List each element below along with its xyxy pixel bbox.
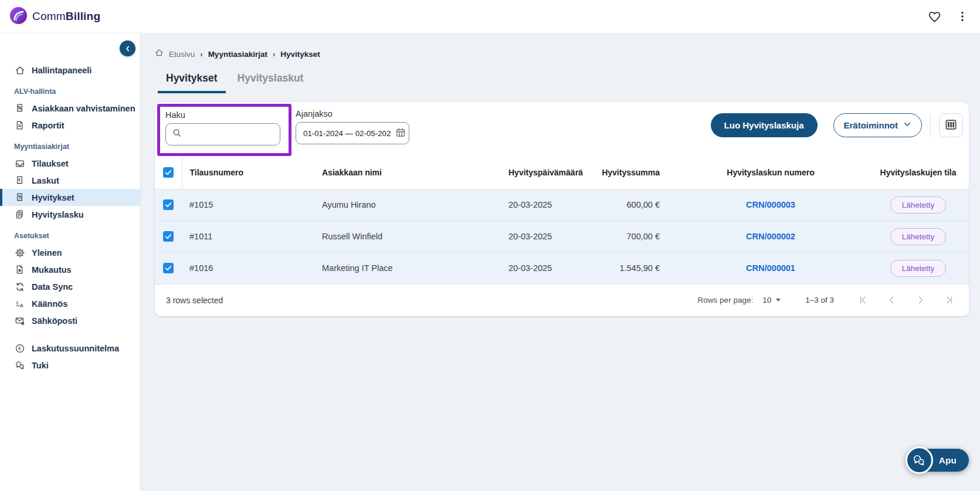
search-label: Haku [165, 110, 280, 120]
report-icon [14, 120, 25, 130]
sidebar-item-hyvitykset[interactable]: Hyvitykset [0, 189, 140, 206]
credit-invoice-copies-icon [14, 209, 25, 219]
sidebar-item-yleinen[interactable]: Yleinen [0, 244, 140, 261]
first-page-icon[interactable] [857, 294, 869, 306]
row-checkbox[interactable] [163, 231, 174, 242]
previous-page-icon[interactable] [886, 294, 897, 306]
sync-icon [14, 282, 25, 292]
cell-credit-amount: 700,00 € [599, 221, 674, 252]
brand-swirl-icon [9, 6, 28, 27]
search-icon [172, 128, 183, 141]
brand-logo[interactable]: CommBilling [9, 6, 100, 27]
cell-order-number: #1016 [182, 252, 314, 284]
table-row[interactable]: #1016 Marketing IT Place 20-03-2025 1.54… [155, 252, 969, 284]
sidebar-item-data-sync[interactable]: Data Sync [0, 278, 140, 295]
col-header-hyvityslaskujen-tila: Hyvityslaskujen tila [867, 156, 969, 189]
sidebar-nav: Hallintapaneeli ALV-hallinta Asiakkaan v… [0, 33, 140, 374]
sidebar-item-raportit[interactable]: Raportit [0, 117, 140, 134]
search-input[interactable] [187, 130, 274, 139]
breadcrumb-home-icon[interactable] [155, 49, 164, 59]
tabs: Hyvitykset Hyvityslaskut [155, 72, 969, 93]
breadcrumb-hyvitykset: Hyvitykset [280, 50, 320, 59]
sidebar-item-hyvityslasku[interactable]: Hyvityslasku [0, 206, 140, 223]
more-menu-kebab-icon[interactable] [957, 11, 968, 22]
sidebar-item-hallintapaneeli[interactable]: Hallintapaneeli [0, 62, 140, 79]
rows-selected-text: 3 rows selected [166, 296, 223, 305]
columns-icon [944, 118, 958, 133]
help-chat-icon [906, 446, 933, 474]
date-range-group: Ajanjakso 01-01-2024 — 02-05-202 [296, 109, 409, 144]
email-gear-icon [14, 316, 25, 326]
breadcrumb-separator: › [273, 50, 275, 59]
col-header-tilausnumero: Tilausnumero [182, 156, 314, 189]
col-header-hyvityslaskun-numero: Hyvityslaskun numero [674, 156, 867, 189]
table-row[interactable]: #1011 Russell Winfield 20-03-2025 700,00… [155, 221, 969, 252]
svg-text:€: € [18, 346, 21, 351]
vertical-divider [930, 114, 931, 137]
breadcrumb-myyntiasiakirjat[interactable]: Myyntiasiakirjat [208, 50, 267, 59]
credit-note-link[interactable]: CRN/000003 [746, 200, 795, 209]
document-gear-icon [14, 265, 25, 275]
svg-text:€: € [18, 177, 21, 182]
cell-customer-name: Ayumu Hirano [314, 189, 493, 221]
credit-notes-table: Tilausnumero Asiakkaan nimi Hyvityspäivä… [155, 156, 969, 285]
cell-customer-name: Marketing IT Place [314, 252, 493, 284]
batch-actions-button[interactable]: Erätoiminnot [833, 113, 923, 137]
topbar: CommBilling [0, 0, 980, 33]
cell-order-number: #1015 [182, 189, 314, 221]
cell-customer-name: Russell Winfield [314, 221, 493, 252]
sidebar-item-laskut[interactable]: € Laskut [0, 172, 140, 189]
search-field[interactable] [165, 123, 280, 145]
credit-note-link[interactable]: CRN/000001 [746, 263, 795, 273]
status-badge: Lähetetty [890, 197, 947, 214]
cell-credit-date: 20-03-2025 [493, 189, 599, 221]
cell-order-number: #1011 [182, 221, 314, 252]
rows-per-page-label: Rows per page: [698, 296, 754, 304]
pagination-controls [857, 294, 955, 306]
sidebar: Hallintapaneeli ALV-hallinta Asiakkaan v… [0, 33, 141, 491]
breadcrumb-etusivu[interactable]: Etusivu [169, 50, 195, 59]
last-page-icon[interactable] [944, 294, 955, 306]
sidebar-item-kaannos[interactable]: x A Käännös [0, 295, 140, 312]
column-settings-button[interactable] [939, 113, 963, 137]
credit-note-link[interactable]: CRN/000002 [746, 232, 795, 241]
select-all-checkbox[interactable] [163, 167, 174, 178]
sidebar-item-laskutussuunnitelma[interactable]: € Laskutussuunnitelma [0, 340, 140, 357]
col-header-hyvityssumma: Hyvityssumma [599, 156, 674, 189]
create-credit-invoices-button[interactable]: Luo Hyvityslaskuja [711, 113, 818, 137]
cell-credit-amount: 600,00 € [599, 189, 674, 221]
tab-hyvityslaskut[interactable]: Hyvityslaskut [229, 72, 312, 93]
date-range-field[interactable]: 01-01-2024 — 02-05-202 [296, 122, 409, 144]
table-header-row: Tilausnumero Asiakkaan nimi Hyvityspäivä… [155, 156, 969, 189]
invoice-euro-icon: € [14, 175, 25, 185]
sidebar-item-mukautus[interactable]: Mukautus [0, 261, 140, 278]
sidebar-item-sahkoposti[interactable]: Sähköposti [0, 312, 140, 329]
dropdown-arrow-icon [776, 299, 781, 302]
sidebar-item-tilaukset[interactable]: Tilaukset [0, 155, 140, 172]
chevron-down-icon [903, 120, 911, 130]
calendar-icon [395, 127, 406, 140]
sidebar-collapse-button[interactable] [120, 40, 135, 56]
rows-per-page-select[interactable]: 10 [762, 296, 781, 304]
support-chat-icon [14, 360, 25, 371]
svg-text:A: A [19, 303, 23, 309]
row-checkbox[interactable] [163, 263, 174, 273]
actions-group: Luo Hyvityslaskuja Erätoiminnot [711, 113, 963, 137]
col-header-hyvityspaivamaara: Hyvityspäivämäärä [493, 156, 599, 189]
tab-hyvitykset[interactable]: Hyvitykset [158, 72, 226, 93]
status-badge: Lähetetty [890, 260, 947, 277]
inbox-icon [14, 158, 25, 169]
row-checkbox[interactable] [163, 199, 174, 210]
favorites-heart-icon[interactable] [928, 10, 941, 23]
breadcrumb-separator: › [200, 50, 202, 59]
help-button[interactable]: Apu [906, 446, 969, 474]
credit-notes-card: Haku Ajanjakso 01-01-2024 — 02-05-202 [155, 102, 969, 316]
translate-icon: x A [14, 299, 25, 309]
breadcrumb: Etusivu › Myyntiasiakirjat › Hyvitykset [155, 49, 969, 59]
sidebar-item-tuki[interactable]: Tuki [0, 357, 140, 374]
brand-name: CommBilling [32, 10, 100, 23]
table-row[interactable]: #1015 Ayumu Hirano 20-03-2025 600,00 € C… [155, 189, 969, 221]
sidebar-item-asiakkaan-vahvistaminen[interactable]: Asiakkaan vahvistaminen [0, 100, 140, 117]
next-page-icon[interactable] [915, 294, 926, 306]
status-badge: Lähetetty [890, 228, 947, 245]
